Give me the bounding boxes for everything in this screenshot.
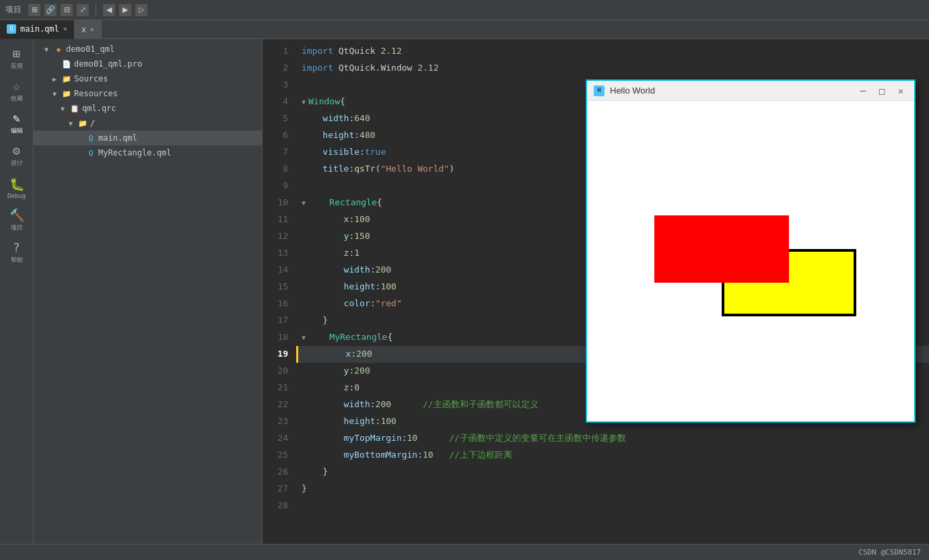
ln-1: 1 [263, 43, 288, 60]
debug-icon: 🐛 [9, 178, 24, 190]
toolbar-sep [96, 5, 96, 15]
token-colon-25: : [417, 448, 423, 462]
code-editor[interactable]: 1 2 3 4 5 6 7 8 9 10 11 12 13 14 15 16 1… [263, 39, 929, 544]
token-rectangle: Rectangle [308, 196, 377, 210]
tree-item-myrectangle[interactable]: Q MyRectangle.qml [34, 145, 262, 160]
ln-27: 27 [263, 481, 288, 497]
sidebar-icon-apps[interactable]: ⊞ 应用 [2, 44, 32, 74]
collect-label: 收藏 [11, 94, 23, 103]
preview-app-icon: H [594, 85, 605, 96]
token-val-19: 200 [356, 347, 372, 361]
tree-arrow-demo01: ▼ [44, 46, 51, 53]
sidebar-icon-collect[interactable]: ☆ 收藏 [2, 77, 32, 106]
minimize-btn[interactable]: ─ [856, 84, 870, 98]
token-comment-24: //子函数中定义的变量可在主函数中传递参数 [449, 431, 626, 446]
maximize-btn[interactable]: □ [875, 84, 889, 98]
ln-12: 12 [263, 228, 288, 245]
token-ver-2: 2.12 [417, 61, 438, 75]
code-line-2: import QtQuick.Window 2.12 [296, 60, 929, 77]
project-icon: 🔨 [9, 209, 24, 221]
token-mybottom: myBottomMargin [302, 448, 417, 462]
token-hello: "Hello World" [380, 162, 449, 176]
token-val-24: 10 [407, 431, 418, 446]
token-colon-23: : [376, 415, 381, 429]
tab-main-qml[interactable]: Q main.qml ✕ [0, 20, 75, 39]
tree-item-pro[interactable]: 📄 demo01_qml.pro [34, 57, 262, 71]
token-colon-16: : [370, 297, 376, 311]
sidebar-icons: ⊞ 应用 ☆ 收藏 ✎ 编辑 ⚙ 设计 🐛 Debug 🔨 项目 ? 帮助 [0, 39, 34, 544]
tree-item-resources[interactable]: ▼ 📁 Resources [34, 86, 262, 101]
preview-controls: ─ □ ✕ [856, 84, 907, 98]
project-folder-icon: ◈ [54, 44, 63, 54]
token-val-21: 0 [354, 381, 359, 395]
sidebar-icon-help[interactable]: ? 帮助 [2, 238, 32, 268]
forward-btn[interactable]: ▶ [119, 4, 131, 16]
token-closebrace-27: } [302, 482, 307, 496]
token-width-22: width [302, 398, 370, 412]
token-val-5: 640 [354, 112, 370, 126]
main-layout: ⊞ 应用 ☆ 收藏 ✎ 编辑 ⚙ 设计 🐛 Debug 🔨 项目 ? 帮助 [0, 39, 929, 544]
fold-arrow-4[interactable]: ▼ [302, 97, 306, 108]
token-mytop: myTopMargin [302, 431, 402, 446]
tree-arrow-slash: ▼ [69, 120, 75, 127]
fold-arrow-18[interactable]: ▼ [302, 332, 306, 343]
expand-btn[interactable]: ⤢ [77, 4, 89, 16]
token-val-22: 200 [376, 398, 391, 412]
token-qtquick: QtQuick [339, 44, 376, 59]
token-height-15: height [302, 280, 376, 294]
sidebar-icon-debug[interactable]: 🐛 Debug [2, 174, 32, 203]
sidebar-icon-project[interactable]: 🔨 项目 [2, 206, 32, 236]
token-paren-close-8: ) [449, 162, 454, 176]
token-space-24 [417, 431, 449, 446]
ln-2: 2 [263, 60, 288, 77]
token-ver-1: 2.12 [380, 44, 401, 59]
token-val-11: 100 [354, 213, 370, 227]
preview-window[interactable]: H Hello World ─ □ ✕ [586, 79, 916, 423]
sidebar-icon-design[interactable]: ⚙ 设计 [2, 141, 32, 171]
tree-item-demo01[interactable]: ▼ ◈ demo01_qml [34, 42, 262, 57]
token-colon-12: : [349, 230, 354, 244]
ln-21: 21 [263, 380, 288, 396]
grid-btn[interactable]: ⊟ [61, 4, 73, 16]
tree-item-main-qml[interactable]: Q main.qml [34, 131, 262, 145]
token-color-16: color [302, 297, 370, 311]
ln-19: 19 [263, 346, 288, 363]
ln-17: 17 [263, 312, 288, 329]
back-btn[interactable]: ◀ [103, 4, 115, 16]
edit-label: 编辑 [11, 127, 23, 135]
token-val-15: 100 [380, 280, 396, 294]
token-colon-11: : [349, 213, 354, 227]
fold-arrow-10[interactable]: ▼ [302, 198, 306, 209]
line-numbers: 1 2 3 4 5 6 7 8 9 10 11 12 13 14 15 16 1… [263, 42, 296, 541]
tree-label-slash: / [90, 118, 95, 128]
link-btn[interactable]: 🔗 [44, 4, 57, 16]
qml-file-icon: Q [7, 24, 16, 34]
tab-x-close[interactable]: ✕ [90, 26, 94, 33]
file-tree-panel: ▼ ◈ demo01_qml 📄 demo01_qml.pro ▶ 📁 Sour… [34, 39, 263, 544]
sidebar-icon-edit[interactable]: ✎ 编辑 [2, 109, 32, 139]
code-line-24: myTopMargin: 10 //子函数中定义的变量可在主函数中传递参数 [296, 430, 929, 447]
filter-btn[interactable]: ⊞ [28, 4, 40, 16]
design-label: 设计 [11, 159, 23, 168]
token-val-25: 10 [423, 448, 434, 462]
project-label: 项目 [11, 223, 23, 232]
sources-folder-icon: 📁 [62, 74, 71, 83]
tree-item-slash[interactable]: ▼ 📁 / [34, 116, 262, 131]
token-import-1: import [302, 44, 333, 59]
token-space-25 [434, 448, 449, 462]
tree-label-qrc: qml.qrc [82, 104, 116, 113]
tab-main-qml-close[interactable]: ✕ [63, 25, 67, 32]
token-y-12: y [302, 230, 349, 244]
close-btn[interactable]: ✕ [894, 84, 907, 98]
code-line-1: import QtQuick 2.12 [296, 43, 929, 60]
run-btn[interactable]: ▷ [135, 4, 147, 16]
pro-file-icon: 📄 [62, 59, 71, 69]
token-comment-22: //主函数和子函数都可以定义 [423, 398, 539, 412]
tree-item-sources[interactable]: ▶ 📁 Sources [34, 71, 262, 86]
tab-x[interactable]: x ✕ [75, 20, 102, 39]
preview-title: Hello World [610, 85, 851, 96]
tree-item-qrc[interactable]: ▼ 📋 qml.qrc [34, 101, 262, 116]
token-colon-8: : [349, 162, 354, 176]
toolbar: 项目 ⊞ 🔗 ⊟ ⤢ ◀ ▶ ▷ [0, 0, 929, 20]
token-comment-25: //上下边框距离 [449, 448, 512, 462]
